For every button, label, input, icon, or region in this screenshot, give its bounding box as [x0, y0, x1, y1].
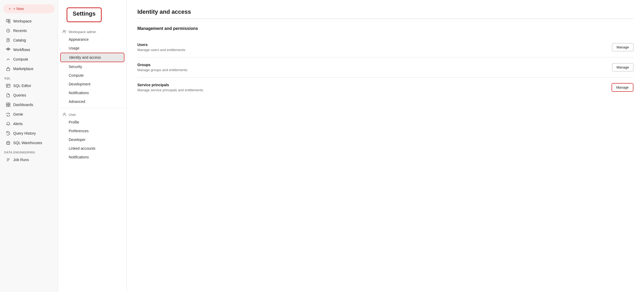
svg-point-28 [63, 30, 65, 32]
sidebar-item-genie[interactable]: Genie [2, 110, 56, 119]
sidebar-item-query-history[interactable]: Query History [2, 129, 56, 138]
settings-nav-profile[interactable]: Profile [60, 118, 124, 126]
sidebar-item-alerts[interactable]: Alerts [2, 119, 56, 128]
users-name: Users [137, 43, 185, 47]
grid-icon [6, 19, 11, 24]
sidebar-catalog-label: Catalog [13, 38, 26, 42]
section-subtitle: Management and permissions [137, 26, 633, 31]
svg-rect-20 [6, 105, 8, 107]
sidebar-item-dashboards[interactable]: Dashboards [2, 100, 56, 109]
user-label: User [69, 113, 76, 117]
user-header: User [58, 110, 127, 118]
settings-nav-compute[interactable]: Compute [60, 71, 124, 80]
groups-name: Groups [137, 63, 187, 67]
settings-nav-notifications[interactable]: Notifications [60, 89, 124, 97]
users-manage-button[interactable]: Manage [612, 43, 633, 51]
settings-nav-preferences[interactable]: Preferences [60, 127, 124, 135]
groups-desc: Manage groups and entitlements [137, 68, 187, 72]
svg-rect-21 [8, 105, 10, 107]
store-icon [6, 66, 11, 71]
settings-nav-usage[interactable]: Usage [60, 44, 124, 52]
history-icon [6, 131, 11, 136]
export-icon [6, 112, 11, 117]
sidebar-job-runs-label: Job Runs [13, 158, 29, 162]
clock-icon [6, 28, 11, 33]
dashboard-icon [6, 102, 11, 107]
book-icon [6, 38, 11, 43]
bell-icon [6, 121, 11, 126]
service-principals-row: Service principals Manage service princi… [137, 77, 633, 97]
sidebar-item-compute[interactable]: Compute [2, 55, 56, 64]
sidebar-item-queries[interactable]: Queries [2, 91, 56, 100]
service-principals-manage-button[interactable]: Manage [612, 83, 633, 92]
main-content: Identity and access Management and permi… [127, 0, 644, 292]
sidebar-dashboards-label: Dashboards [13, 103, 33, 107]
users-desc: Manage users and entitlements [137, 48, 185, 52]
svg-rect-0 [6, 19, 8, 22]
sidebar-item-workflows[interactable]: Workflows [2, 45, 56, 54]
groups-row: Groups Manage groups and entitlements Ma… [137, 57, 633, 77]
settings-nav-developer[interactable]: Developer [60, 135, 124, 144]
service-principals-desc: Manage service principals and entitlemen… [137, 88, 203, 92]
settings-panel: Settings Workspace admin Appearance Usag… [58, 0, 127, 292]
table-icon [6, 83, 11, 88]
settings-nav-appearance[interactable]: Appearance [60, 35, 124, 44]
sidebar: ＋ + New Workspace Recents [0, 0, 58, 292]
service-principals-info: Service principals Manage service princi… [137, 83, 203, 92]
settings-title: Settings [67, 7, 102, 22]
sidebar-workflows-label: Workflows [13, 48, 30, 52]
settings-nav-identity-and-access[interactable]: Identity and access [60, 53, 124, 62]
settings-nav-security[interactable]: Security [60, 62, 124, 71]
warehouse-icon [6, 140, 11, 145]
doc-icon [6, 93, 11, 98]
new-button[interactable]: ＋ + New [3, 4, 55, 13]
sidebar-alerts-label: Alerts [13, 122, 23, 126]
svg-rect-9 [8, 49, 9, 50]
svg-rect-19 [8, 103, 10, 104]
svg-rect-8 [8, 48, 9, 49]
sidebar-marketplace-label: Marketplace [13, 67, 33, 71]
users-row: Users Manage users and entitlements Mana… [137, 37, 633, 57]
svg-point-29 [65, 30, 66, 31]
sidebar-sql-editor-label: SQL Editor [13, 84, 31, 88]
sidebar-query-history-label: Query History [13, 131, 36, 135]
sidebar-item-recents[interactable]: Recents [2, 26, 56, 35]
settings-nav-notifications-user[interactable]: Notifications [60, 153, 124, 161]
settings-nav-development[interactable]: Development [60, 80, 124, 88]
sql-section-label: SQL [0, 74, 58, 81]
sidebar-queries-label: Queries [13, 93, 26, 97]
sidebar-item-marketplace[interactable]: Marketplace [2, 64, 56, 73]
sidebar-sql-warehouses-label: SQL Warehouses [13, 141, 42, 145]
sidebar-workspace-label: Workspace [13, 19, 32, 23]
settings-nav-advanced[interactable]: Advanced [60, 97, 124, 106]
sidebar-item-sql-editor[interactable]: SQL Editor [2, 81, 56, 90]
settings-divider [58, 108, 127, 108]
svg-rect-10 [9, 49, 10, 49]
plus-icon: ＋ [8, 6, 12, 11]
sidebar-genie-label: Genie [13, 112, 23, 116]
svg-line-13 [9, 49, 9, 50]
groups-manage-button[interactable]: Manage [612, 63, 633, 71]
groups-info: Groups Manage groups and entitlements [137, 63, 187, 72]
svg-rect-7 [6, 49, 7, 49]
flow-icon [6, 47, 11, 52]
users-info: Users Manage users and entitlements [137, 43, 185, 52]
svg-rect-18 [6, 103, 8, 104]
sidebar-item-sql-warehouses[interactable]: SQL Warehouses [2, 138, 56, 147]
svg-rect-15 [6, 84, 10, 87]
svg-point-30 [64, 113, 65, 115]
sidebar-item-job-runs[interactable]: Job Runs [2, 155, 56, 164]
page-title: Identity and access [137, 8, 633, 15]
settings-nav-linked-accounts[interactable]: Linked accounts [60, 144, 124, 153]
user-icon [62, 112, 67, 117]
new-button-label: + New [13, 7, 24, 11]
workspace-admin-label: Workspace admin [69, 30, 96, 34]
svg-rect-2 [8, 21, 10, 23]
sidebar-item-catalog[interactable]: Catalog [2, 36, 56, 45]
cloud-icon [6, 57, 11, 62]
sidebar-recents-label: Recents [13, 29, 27, 33]
svg-line-12 [9, 48, 9, 49]
title-divider [137, 19, 633, 19]
list-icon [6, 157, 11, 162]
sidebar-item-workspace[interactable]: Workspace [2, 17, 56, 26]
